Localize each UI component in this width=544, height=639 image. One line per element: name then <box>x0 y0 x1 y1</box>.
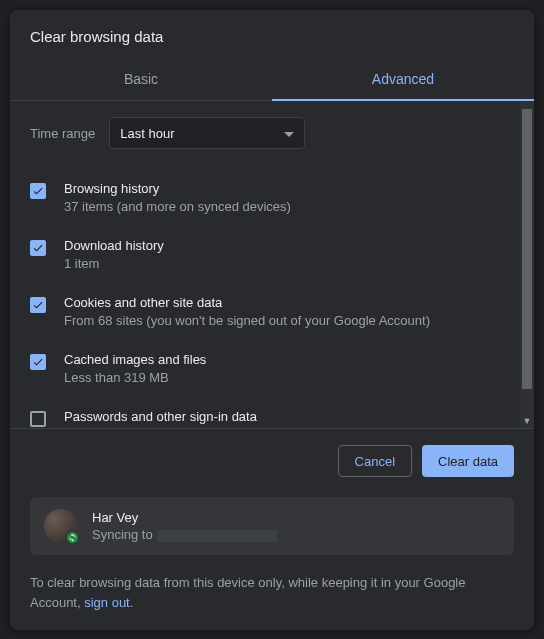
checkbox[interactable] <box>30 297 46 313</box>
checkbox[interactable] <box>30 411 46 427</box>
scroll-area: Time range Last hour Browsing history37 … <box>10 101 520 428</box>
list-item: Browsing history37 items (and more on sy… <box>30 171 500 228</box>
item-text: Download history1 item <box>64 238 164 271</box>
tab-advanced[interactable]: Advanced <box>272 59 534 100</box>
clear-data-button[interactable]: Clear data <box>422 445 514 477</box>
button-row: Cancel Clear data <box>30 445 514 477</box>
avatar <box>44 509 78 543</box>
checkbox[interactable] <box>30 354 46 370</box>
item-text: Cookies and other site dataFrom 68 sites… <box>64 295 430 328</box>
sync-badge-icon <box>65 530 80 545</box>
dialog-body: Time range Last hour Browsing history37 … <box>10 101 534 428</box>
scrollbar[interactable]: ▼ <box>520 101 534 428</box>
sign-out-link[interactable]: sign out <box>84 595 130 610</box>
item-desc: Less than 319 MB <box>64 370 206 385</box>
account-info: Har Vey Syncing to <box>92 510 277 542</box>
tab-basic[interactable]: Basic <box>10 59 272 100</box>
account-card: Har Vey Syncing to <box>30 497 514 555</box>
item-label: Browsing history <box>64 181 291 196</box>
list-item: Download history1 item <box>30 228 500 285</box>
time-range-row: Time range Last hour <box>30 117 500 149</box>
item-label: Cookies and other site data <box>64 295 430 310</box>
item-text: Passwords and other sign-in dataNone <box>64 409 257 428</box>
item-label: Passwords and other sign-in data <box>64 409 257 424</box>
account-name: Har Vey <box>92 510 277 525</box>
cancel-button[interactable]: Cancel <box>338 445 412 477</box>
data-type-list: Browsing history37 items (and more on sy… <box>30 171 500 428</box>
item-desc: 1 item <box>64 256 164 271</box>
time-range-value: Last hour <box>120 126 174 141</box>
caret-down-icon <box>284 126 294 141</box>
account-status: Syncing to <box>92 527 277 542</box>
item-text: Cached images and filesLess than 319 MB <box>64 352 206 385</box>
scrollbar-thumb[interactable] <box>522 109 532 389</box>
item-label: Download history <box>64 238 164 253</box>
item-desc: From 68 sites (you won't be signed out o… <box>64 313 430 328</box>
checkbox[interactable] <box>30 183 46 199</box>
sign-out-notice: To clear browsing data from this device … <box>30 573 514 612</box>
item-desc: 37 items (and more on synced devices) <box>64 199 291 214</box>
time-range-select[interactable]: Last hour <box>109 117 305 149</box>
clear-browsing-data-dialog: Clear browsing data Basic Advanced Time … <box>10 10 534 630</box>
dialog-title: Clear browsing data <box>10 10 534 59</box>
item-text: Browsing history37 items (and more on sy… <box>64 181 291 214</box>
list-item: Cookies and other site dataFrom 68 sites… <box>30 285 500 342</box>
list-item: Cached images and filesLess than 319 MB <box>30 342 500 399</box>
scroll-down-arrow-icon[interactable]: ▼ <box>520 414 534 428</box>
dialog-footer: Cancel Clear data Har Vey Syncing to To … <box>10 428 534 630</box>
time-range-label: Time range <box>30 126 95 141</box>
item-label: Cached images and files <box>64 352 206 367</box>
tab-bar: Basic Advanced <box>10 59 534 101</box>
checkbox[interactable] <box>30 240 46 256</box>
redacted-placeholder <box>157 530 277 542</box>
list-item: Passwords and other sign-in dataNone <box>30 399 500 428</box>
item-desc: None <box>64 427 257 428</box>
